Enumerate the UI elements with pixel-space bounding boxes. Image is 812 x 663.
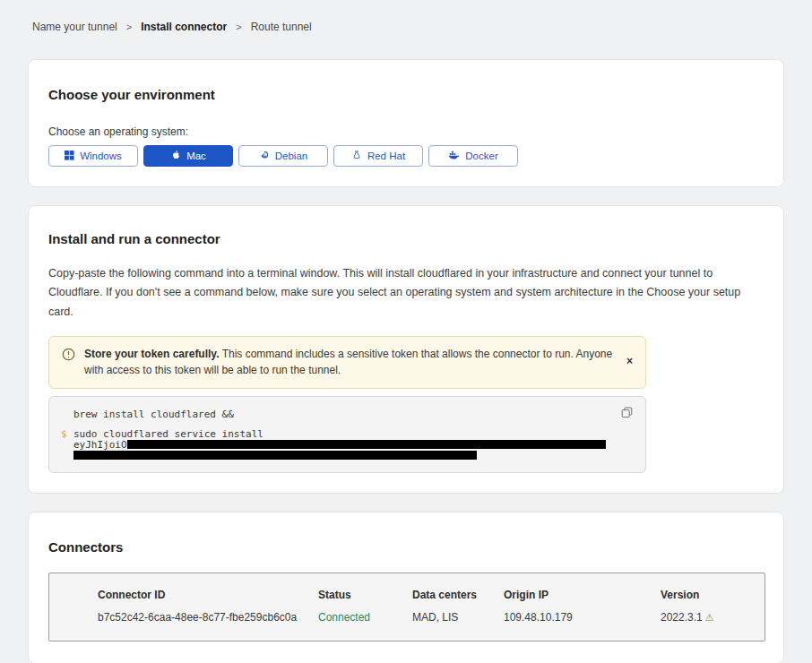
token-warning-text: Store your token carefully. This command… (84, 346, 615, 379)
cell-connector-id: b7c52c42-6caa-48ee-8c77-fbe259cb6c0a (98, 611, 318, 624)
os-button-group: Windows Mac Debian Red Hat Docker (48, 145, 764, 167)
os-button-label: Red Hat (367, 151, 405, 161)
redhat-logo-icon (351, 150, 362, 162)
cell-status: Connected (318, 611, 412, 624)
install-connector-card: Install and run a connector Copy-paste t… (28, 205, 784, 494)
cell-data-centers: MAD, LIS (412, 611, 504, 624)
cell-version: 2022.3.1⚠ (661, 611, 764, 624)
os-button-windows[interactable]: Windows (48, 145, 138, 167)
os-button-label: Mac (186, 151, 206, 161)
token-warning-title: Store your token carefully. (84, 348, 220, 360)
apple-logo-icon (170, 150, 181, 162)
os-button-mac[interactable]: Mac (143, 145, 233, 167)
prompt-spacer (61, 451, 73, 459)
os-button-label: Windows (80, 151, 122, 161)
code-line-token-2 (61, 451, 631, 459)
docker-logo-icon (448, 150, 460, 162)
connectors-card-title: Connectors (48, 539, 764, 555)
col-header-data-centers: Data centers (412, 589, 504, 601)
code-line-sudo: $ sudo cloudflared service install (61, 428, 631, 440)
os-select-label: Choose an operating system: (48, 125, 764, 138)
breadcrumb-route-tunnel[interactable]: Route tunnel (251, 21, 312, 33)
os-button-label: Docker (465, 151, 497, 161)
copy-command-icon[interactable] (621, 407, 633, 421)
version-warning-icon: ⚠ (705, 612, 714, 623)
install-description: Copy-paste the following command into a … (48, 264, 764, 322)
windows-logo-icon (65, 151, 74, 162)
code-text: brew install cloudflared && (73, 409, 234, 420)
alert-circle-icon (62, 348, 75, 379)
redacted-token-bar (73, 451, 477, 460)
token-warning-banner: Store your token carefully. This command… (48, 336, 646, 389)
token-text: eyJhIjoiO (73, 440, 606, 451)
col-header-origin-ip: Origin IP (504, 589, 661, 601)
banner-close-icon[interactable]: × (625, 354, 635, 368)
breadcrumb-separator: > (236, 22, 241, 32)
breadcrumb-name-your-tunnel[interactable]: Name your tunnel (32, 21, 117, 33)
prompt-spacer (61, 440, 73, 451)
connectors-table: Connector ID Status Data centers Origin … (48, 573, 765, 641)
code-line-brew: brew install cloudflared && (61, 409, 631, 420)
prompt-spacer (61, 409, 73, 420)
os-button-label: Debian (275, 151, 307, 161)
os-button-redhat[interactable]: Red Hat (333, 145, 423, 167)
environment-card: Choose your environment Choose an operat… (28, 59, 784, 187)
install-command-codeblock: brew install cloudflared && $ sudo cloud… (48, 396, 646, 473)
col-header-connector-id: Connector ID (98, 589, 318, 601)
os-button-docker[interactable]: Docker (428, 145, 518, 167)
col-header-status: Status (318, 589, 412, 601)
redacted-token-bar (127, 440, 606, 449)
connectors-card: Connectors Connector ID Status Data cent… (28, 512, 784, 663)
cell-origin-ip: 109.48.10.179 (504, 611, 661, 624)
environment-card-title: Choose your environment (48, 87, 764, 102)
os-button-debian[interactable]: Debian (238, 145, 328, 167)
code-line-token: eyJhIjoiO (61, 440, 631, 451)
breadcrumb: Name your tunnel > Install connector > R… (0, 0, 812, 32)
col-header-version: Version (661, 589, 764, 601)
debian-logo-icon (259, 150, 270, 162)
breadcrumb-install-connector[interactable]: Install connector (141, 21, 227, 33)
install-card-title: Install and run a connector (48, 231, 764, 246)
breadcrumb-separator: > (126, 22, 132, 32)
shell-prompt: $ (61, 428, 73, 440)
